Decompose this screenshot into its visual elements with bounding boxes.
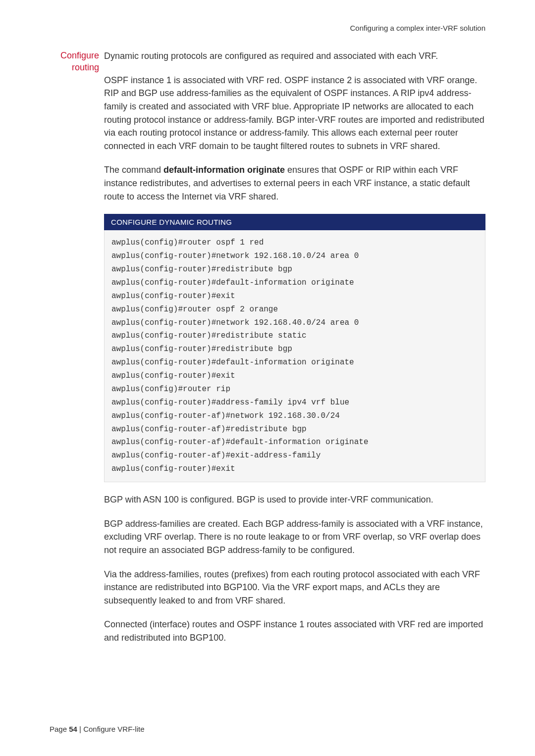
paragraph-1: OSPF instance 1 is associated with VRF r… <box>104 74 485 153</box>
paragraph-6: Connected (interface) routes and OSPF in… <box>104 618 485 644</box>
footer-page-number: 54 <box>69 725 77 733</box>
command-name: default-information originate <box>163 165 285 175</box>
paragraph-4: BGP address-families are created. Each B… <box>104 517 485 557</box>
code-block-header: CONFIGURE DYNAMIC ROUTING <box>104 214 485 230</box>
paragraph-5: Via the address-families, routes (prefix… <box>104 568 485 607</box>
code-block: awplus(config)#router ospf 1 red awplus(… <box>104 230 485 482</box>
footer-title: Configure VRF-lite <box>83 725 144 733</box>
footer-separator: | <box>77 725 83 733</box>
running-header: Configuring a complex inter-VRF solution <box>350 24 485 32</box>
paragraph-2: The command default-information originat… <box>104 163 485 203</box>
side-label: Configure routing <box>50 50 99 74</box>
side-label-line2: routing <box>72 62 99 72</box>
para2-pre: The command <box>104 165 163 175</box>
intro-paragraph: Dynamic routing protocols are configured… <box>104 50 485 63</box>
footer-page-prefix: Page <box>50 725 69 733</box>
side-label-line1: Configure <box>60 50 99 60</box>
page-footer: Page 54 | Configure VRF-lite <box>50 725 145 733</box>
main-content: Configure routing Dynamic routing protoc… <box>104 50 485 655</box>
paragraph-3: BGP with ASN 100 is configured. BGP is u… <box>104 493 485 506</box>
